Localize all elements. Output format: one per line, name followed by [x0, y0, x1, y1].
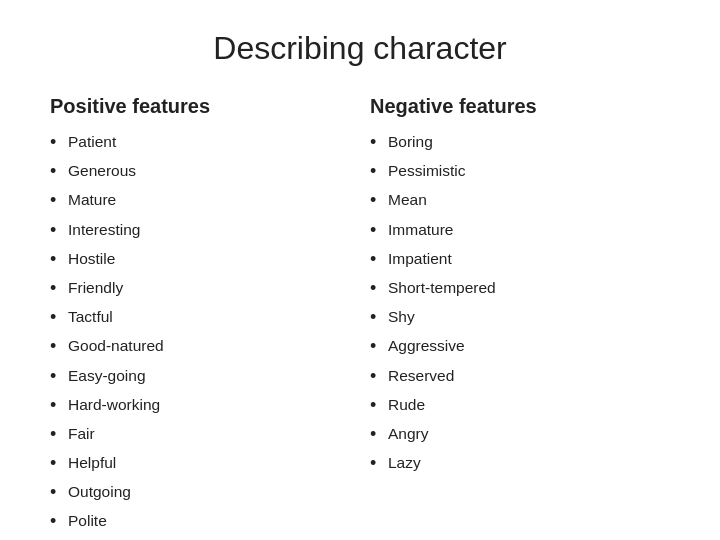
bullet-icon: •	[50, 451, 68, 476]
item-text: Boring	[388, 130, 670, 153]
positive-heading: Positive features	[50, 95, 350, 118]
list-item: •Easy-going	[50, 364, 350, 389]
list-item: •Shy	[370, 305, 670, 330]
item-text: Reserved	[388, 364, 670, 387]
list-item: •Aggressive	[370, 334, 670, 359]
item-text: Friendly	[68, 276, 350, 299]
list-item: •Friendly	[50, 276, 350, 301]
bullet-icon: •	[50, 509, 68, 534]
item-text: Patient	[68, 130, 350, 153]
list-item: •Boring	[370, 130, 670, 155]
item-text: Pessimistic	[388, 159, 670, 182]
bullet-icon: •	[50, 276, 68, 301]
item-text: Generous	[68, 159, 350, 182]
bullet-icon: •	[50, 334, 68, 359]
list-item: •Polite	[50, 509, 350, 534]
item-text: Polite	[68, 509, 350, 532]
bullet-icon: •	[370, 305, 388, 330]
bullet-icon: •	[50, 130, 68, 155]
list-item: •Immature	[370, 218, 670, 243]
list-item: •Helpful	[50, 451, 350, 476]
item-text: Outgoing	[68, 480, 350, 503]
list-item: •Lazy	[370, 451, 670, 476]
list-item: •Generous	[50, 159, 350, 184]
item-text: Hostile	[68, 247, 350, 270]
item-text: Good-natured	[68, 334, 350, 357]
list-item: •Mean	[370, 188, 670, 213]
item-text: Hard-working	[68, 393, 350, 416]
bullet-icon: •	[50, 218, 68, 243]
item-text: Rude	[388, 393, 670, 416]
bullet-icon: •	[50, 393, 68, 418]
item-text: Fair	[68, 422, 350, 445]
bullet-icon: •	[50, 422, 68, 447]
bullet-icon: •	[370, 276, 388, 301]
list-item: •Mature	[50, 188, 350, 213]
positive-column: Positive features •Patient•Generous•Matu…	[40, 95, 360, 540]
list-item: •Hard-working	[50, 393, 350, 418]
list-item: •Reserved	[370, 364, 670, 389]
list-item: •Patient	[50, 130, 350, 155]
item-text: Helpful	[68, 451, 350, 474]
item-text: Lazy	[388, 451, 670, 474]
list-item: •Hostile	[50, 247, 350, 272]
list-item: •Interesting	[50, 218, 350, 243]
page: Describing character Positive features •…	[0, 0, 720, 540]
negative-list: •Boring•Pessimistic•Mean•Immature•Impati…	[370, 130, 670, 476]
negative-heading: Negative features	[370, 95, 670, 118]
positive-list: •Patient•Generous•Mature•Interesting•Hos…	[50, 130, 350, 540]
item-text: Shy	[388, 305, 670, 328]
bullet-icon: •	[370, 422, 388, 447]
list-item: •Tactful	[50, 305, 350, 330]
bullet-icon: •	[370, 451, 388, 476]
list-item: •Outgoing	[50, 480, 350, 505]
item-text: Short-tempered	[388, 276, 670, 299]
item-text: Angry	[388, 422, 670, 445]
item-text: Aggressive	[388, 334, 670, 357]
item-text: Interesting	[68, 218, 350, 241]
bullet-icon: •	[370, 218, 388, 243]
item-text: Immature	[388, 218, 670, 241]
list-item: •Rude	[370, 393, 670, 418]
item-text: Tactful	[68, 305, 350, 328]
bullet-icon: •	[50, 305, 68, 330]
list-item: •Pessimistic	[370, 159, 670, 184]
bullet-icon: •	[50, 364, 68, 389]
item-text: Mean	[388, 188, 670, 211]
item-text: Mature	[68, 188, 350, 211]
bullet-icon: •	[50, 188, 68, 213]
list-item: •Impatient	[370, 247, 670, 272]
item-text: Easy-going	[68, 364, 350, 387]
bullet-icon: •	[50, 480, 68, 505]
list-item: •Short-tempered	[370, 276, 670, 301]
page-title: Describing character	[40, 30, 680, 67]
bullet-icon: •	[370, 130, 388, 155]
bullet-icon: •	[370, 188, 388, 213]
list-item: •Fair	[50, 422, 350, 447]
list-item: •Angry	[370, 422, 670, 447]
bullet-icon: •	[370, 334, 388, 359]
bullet-icon: •	[370, 393, 388, 418]
bullet-icon: •	[50, 159, 68, 184]
item-text: Impatient	[388, 247, 670, 270]
list-item: •Good-natured	[50, 334, 350, 359]
bullet-icon: •	[50, 247, 68, 272]
bullet-icon: •	[370, 364, 388, 389]
bullet-icon: •	[370, 247, 388, 272]
columns: Positive features •Patient•Generous•Matu…	[40, 95, 680, 540]
bullet-icon: •	[370, 159, 388, 184]
negative-column: Negative features •Boring•Pessimistic•Me…	[360, 95, 680, 540]
